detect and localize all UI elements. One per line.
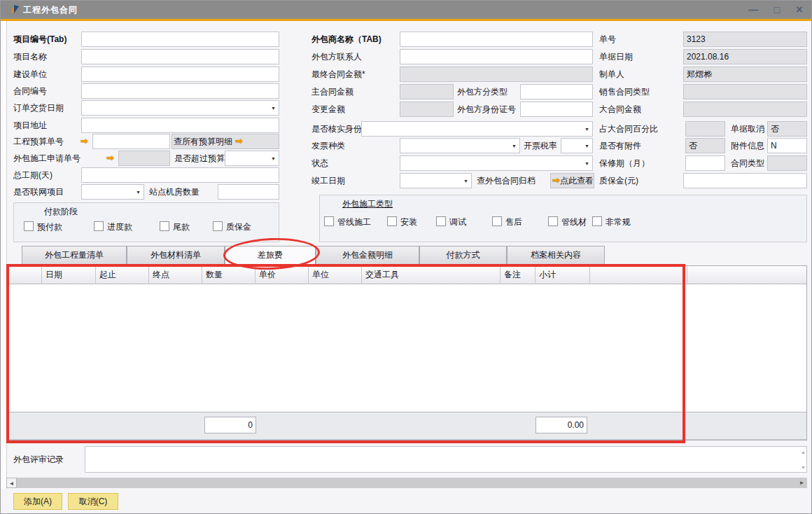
view-budget-detail-button[interactable]: 查所有预算明细➡ [172, 134, 279, 149]
tab-material-list[interactable]: 外包材料清单 [127, 246, 225, 265]
budget-no-arrow-icon[interactable]: ➡ [80, 134, 92, 149]
tax-rate-select[interactable]: ▼ [561, 138, 593, 153]
outsourcer-name-input[interactable] [400, 32, 593, 47]
field-label-project-name: 项目名称 [13, 49, 47, 64]
view-archive-button[interactable]: ➡点此查看 [550, 173, 594, 188]
grid-header-date[interactable]: 日期 [41, 266, 95, 284]
grid-header-destination[interactable]: 终点 [148, 266, 202, 284]
field-label-contract-no: 合同编号 [13, 83, 47, 99]
tab-engineering-list[interactable]: 外包工程量清单 [22, 246, 127, 265]
view-budget-detail-arrow-icon: ➡ [235, 136, 243, 146]
window-title: 工程外包合同 [23, 4, 78, 16]
review-record-input[interactable] [85, 446, 807, 473]
tab-payment-method[interactable]: 付款方式 [419, 246, 507, 265]
checkbox-icon [213, 221, 223, 231]
chevron-down-icon: ▼ [584, 127, 589, 132]
outsourcer-id-no-input[interactable] [520, 102, 593, 117]
field-label-big-contract-pct: 占大合同百分比 [599, 121, 658, 137]
field-label-tax-rate: 开票税率 [524, 138, 557, 153]
subtotal-total-input[interactable]: 0.00 [536, 417, 587, 433]
checkbox-progress-payment[interactable]: 进度款 [94, 221, 132, 232]
left-splitter[interactable] [1, 21, 7, 489]
field-label-sales-contract-type: 销售合同类型 [599, 84, 650, 99]
grid-header-remark[interactable]: 备注 [500, 266, 535, 284]
budget-no-input[interactable] [92, 134, 170, 149]
checkbox-pipeline-material[interactable]: 管线材 [548, 216, 587, 227]
grid-header-unit-price[interactable]: 单价 [255, 266, 308, 284]
field-label-final-amount: 最终合同金额* [312, 67, 365, 82]
contract-no-input[interactable] [81, 83, 279, 99]
checkbox-final-payment[interactable]: 尾款 [160, 221, 190, 232]
checkbox-installation[interactable]: 安装 [387, 216, 417, 227]
total-duration-input[interactable] [81, 167, 279, 183]
grid-header-unit[interactable]: 单位 [308, 266, 361, 284]
scroll-left-button[interactable]: ◄ [6, 478, 17, 488]
doc-no-value: 3123 [683, 32, 807, 47]
status-select[interactable]: ▼ [400, 155, 593, 171]
field-label-contract-archive: 查外包合同归档 [477, 173, 536, 188]
tab-travel-expense[interactable]: 差旅费 [225, 246, 316, 265]
grid-header-origin[interactable]: 起止 [95, 266, 148, 284]
tab-archive-content[interactable]: 档案相关内容 [507, 246, 605, 265]
cancel-button[interactable]: 取消(C) [68, 493, 118, 510]
checkbox-label: 售后 [505, 217, 522, 227]
field-label-doc-maker: 制单人 [599, 67, 624, 82]
minimize-button[interactable]: — [744, 3, 762, 17]
title-bar: 工程外包合同 — □ × [1, 1, 811, 19]
checkbox-icon [387, 216, 397, 226]
add-button[interactable]: 添加(A) [13, 493, 62, 510]
project-no-input[interactable] [81, 32, 279, 47]
checkbox-label: 尾款 [173, 222, 190, 232]
checkbox-prepayment[interactable]: 预付款 [24, 221, 62, 232]
tab-amount-detail[interactable]: 外包金额明细 [316, 246, 419, 265]
outsourcer-subtype-input[interactable] [520, 84, 593, 99]
doc-maker-value: 郑熠桦 [683, 67, 807, 82]
grid-header-quantity[interactable]: 数量 [202, 266, 255, 284]
over-budget-select[interactable]: ▼ [225, 151, 279, 166]
checkbox-icon [592, 216, 602, 226]
invoice-type-select[interactable]: ▼ [400, 138, 520, 153]
field-label-has-attachment: 是否有附件 [599, 138, 641, 153]
field-label-review-record: 外包评审记录 [13, 452, 64, 467]
warranty-months-input[interactable] [685, 155, 725, 171]
completion-date-select[interactable]: ▼ [400, 173, 472, 188]
construction-apply-arrow-icon[interactable]: ➡ [106, 151, 118, 166]
field-label-build-unit: 建设单位 [13, 67, 47, 82]
quality-deposit-input[interactable] [683, 173, 807, 188]
checkbox-debugging[interactable]: 调试 [436, 216, 466, 227]
spin-up-icon[interactable]: ▲ [801, 450, 806, 455]
project-address-input[interactable] [81, 118, 279, 133]
field-label-construction-apply-no: 外包施工申请单号 [13, 151, 80, 166]
grid-header-transport[interactable]: 交通工具 [361, 266, 500, 284]
scroll-right-button[interactable]: ► [797, 478, 807, 488]
checkbox-quality-deposit[interactable]: 质保金 [213, 221, 251, 232]
project-name-input[interactable] [81, 49, 279, 64]
grid-footer-row: 0 0.00 [8, 412, 806, 440]
build-unit-input[interactable] [81, 67, 279, 82]
grid-header-filler [687, 266, 806, 284]
spin-down-icon[interactable]: ▼ [801, 465, 806, 471]
checkbox-icon [24, 221, 34, 231]
grid-body-empty[interactable] [8, 284, 806, 412]
checkbox-pipeline-construction[interactable]: 管线施工 [324, 216, 371, 227]
checkbox-icon [436, 216, 446, 226]
field-label-completion-date: 竣工日期 [312, 173, 345, 188]
outsourcer-contact-input[interactable] [400, 49, 593, 64]
verify-identity-select[interactable]: ▼ [361, 121, 593, 137]
attachment-info-input[interactable]: N [767, 138, 807, 153]
close-button[interactable]: × [790, 3, 808, 17]
maximize-button[interactable]: □ [768, 3, 786, 17]
delivery-date-select[interactable]: ▼ [81, 100, 279, 116]
checkbox-unconventional[interactable]: 非常规 [592, 216, 631, 227]
grid-header-subtotal[interactable]: 小计 [535, 266, 589, 284]
network-project-select[interactable]: ▼ [81, 184, 144, 200]
quantity-total-input[interactable]: 0 [204, 417, 256, 433]
checkbox-after-sales[interactable]: 售后 [492, 216, 522, 227]
outsourcing-contract-window: 工程外包合同 — □ × 项目编号(Tab) 项目名称 建设单位 合同编号 订单… [0, 0, 812, 514]
field-label-project-no: 项目编号(Tab) [13, 32, 66, 47]
checkbox-label: 管线材 [561, 217, 587, 227]
horizontal-scrollbar[interactable] [6, 478, 807, 488]
site-room-count-input[interactable] [218, 184, 279, 200]
view-budget-detail-label: 查所有预算明细 [174, 137, 232, 146]
field-label-outsourcer-name: 外包商名称（TAB) [312, 32, 382, 47]
